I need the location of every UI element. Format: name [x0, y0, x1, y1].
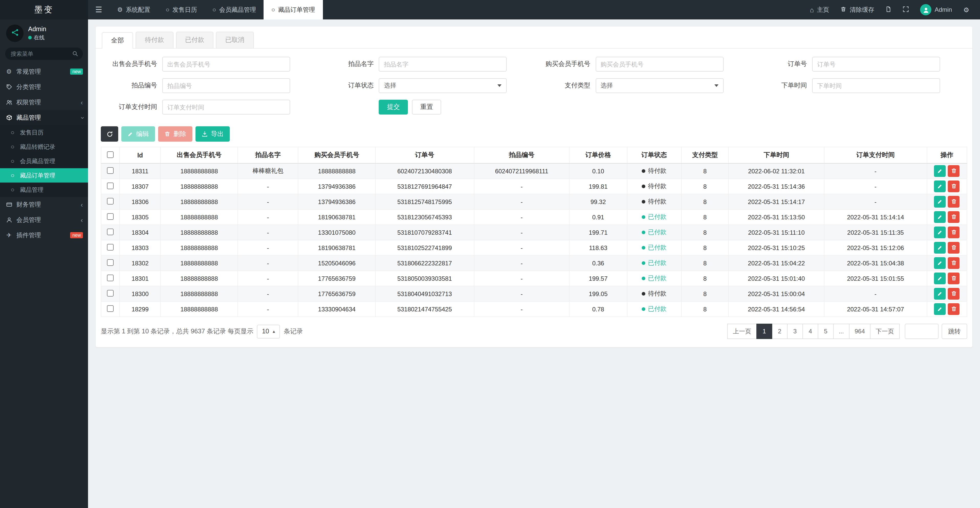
- jump-page-input[interactable]: [905, 324, 939, 339]
- page-button[interactable]: 4: [802, 324, 818, 339]
- status-badge: 待付款: [642, 197, 667, 206]
- sidebar-subitem[interactable]: ○藏品转赠记录: [0, 140, 88, 154]
- cell-buyer: 17765636759: [298, 286, 375, 302]
- row-checkbox[interactable]: [107, 305, 114, 312]
- topbar-tab[interactable]: ○藏品订单管理: [264, 0, 323, 19]
- cell-id: 18300: [119, 286, 161, 302]
- page-button[interactable]: 1: [756, 324, 772, 339]
- delete-button[interactable]: 删除: [158, 126, 192, 141]
- sidebar-subitem[interactable]: ○藏品订单管理: [0, 168, 88, 183]
- filter-input[interactable]: [162, 100, 290, 114]
- app-title: 墨变: [0, 0, 88, 19]
- filter-input[interactable]: [162, 78, 290, 93]
- export-button[interactable]: 导出: [196, 126, 230, 141]
- menu-search-input[interactable]: [5, 48, 83, 60]
- sidebar-item[interactable]: 藏品管理‹: [0, 110, 88, 125]
- cell-buyer: 15205046096: [298, 256, 375, 271]
- submit-button[interactable]: 提交: [379, 100, 408, 114]
- row-edit-button[interactable]: [934, 165, 946, 177]
- row-edit-button[interactable]: [934, 303, 946, 315]
- cell-item-name: -: [238, 302, 298, 317]
- filter-select[interactable]: 选择: [595, 78, 723, 93]
- row-delete-button[interactable]: [948, 242, 960, 254]
- sidebar-item[interactable]: 分类管理: [0, 79, 88, 95]
- topbar-user[interactable]: Admin: [915, 0, 958, 19]
- row-delete-button[interactable]: [948, 227, 960, 238]
- row-checkbox[interactable]: [107, 198, 114, 204]
- doc-button[interactable]: [880, 0, 897, 19]
- row-delete-button[interactable]: [948, 196, 960, 208]
- row-edit-button[interactable]: [934, 227, 946, 238]
- sidebar-subitem[interactable]: ○会员藏品管理: [0, 154, 88, 168]
- filter-input[interactable]: [812, 57, 940, 71]
- page-prev-button[interactable]: 上一页: [727, 324, 757, 339]
- hamburger-icon[interactable]: ☰: [88, 0, 110, 19]
- per-page-select[interactable]: 10 ▴: [257, 324, 280, 338]
- sidebar-subitem-label: 藏品管理: [20, 186, 83, 194]
- row-edit-button[interactable]: [934, 273, 946, 284]
- row-checkbox[interactable]: [107, 259, 114, 266]
- reset-button[interactable]: 重置: [412, 100, 441, 114]
- fullscreen-button[interactable]: [897, 0, 915, 19]
- sidebar-item[interactable]: 会员管理‹: [0, 212, 88, 227]
- row-delete-button[interactable]: [948, 257, 960, 269]
- status-tab[interactable]: 全部: [102, 32, 133, 49]
- status-tab[interactable]: 待付款: [135, 32, 173, 48]
- page-button[interactable]: 5: [818, 324, 834, 339]
- topbar-tab[interactable]: ○会员藏品管理: [205, 0, 264, 19]
- sidebar-subitem[interactable]: ○发售日历: [0, 125, 88, 140]
- row-delete-button[interactable]: [948, 273, 960, 284]
- clear-cache-link[interactable]: 清除缓存: [835, 0, 880, 19]
- filter-input[interactable]: [812, 78, 940, 93]
- filter-input[interactable]: [595, 57, 723, 71]
- home-link[interactable]: ⌂ 主页: [804, 0, 835, 19]
- cell-pay-time: 2022-05-31 15:04:38: [824, 256, 927, 271]
- filter-input[interactable]: [162, 57, 290, 71]
- refresh-button[interactable]: [101, 126, 118, 141]
- sidebar-subitem[interactable]: ○藏品管理: [0, 183, 88, 197]
- jump-button[interactable]: 跳转: [942, 324, 967, 339]
- page-button[interactable]: 3: [787, 324, 803, 339]
- row-checkbox[interactable]: [107, 213, 114, 220]
- sidebar-item[interactable]: ⚙常规管理new: [0, 64, 88, 79]
- row-delete-button[interactable]: [948, 211, 960, 223]
- page-next-button[interactable]: 下一页: [870, 324, 900, 339]
- row-delete-button[interactable]: [948, 165, 960, 177]
- cell-item-no: 6024072119968111: [474, 164, 570, 179]
- row-delete-button[interactable]: [948, 303, 960, 315]
- cell-price: 0.10: [570, 164, 627, 179]
- status-tab[interactable]: 已付款: [176, 32, 213, 48]
- row-edit-button[interactable]: [934, 211, 946, 223]
- page-button[interactable]: 2: [772, 324, 788, 339]
- row-checkbox[interactable]: [107, 290, 114, 296]
- filter-select[interactable]: 选择: [379, 78, 507, 93]
- filter-input[interactable]: [379, 57, 507, 71]
- row-edit-button[interactable]: [934, 288, 946, 300]
- sidebar-item[interactable]: 权限管理‹: [0, 95, 88, 110]
- settings-gear[interactable]: ⚙: [958, 0, 975, 19]
- row-delete-button[interactable]: [948, 288, 960, 300]
- topbar-tab[interactable]: ○发售日历: [158, 0, 205, 19]
- row-checkbox[interactable]: [107, 182, 114, 189]
- page-button[interactable]: 964: [849, 324, 870, 339]
- cell-order-no: 5318050039303581: [375, 271, 474, 286]
- sidebar-item[interactable]: ✈插件管理new: [0, 227, 88, 243]
- edit-button[interactable]: 编辑: [121, 126, 155, 141]
- topbar-tab[interactable]: ⚙系统配置: [110, 0, 158, 19]
- row-checkbox[interactable]: [107, 167, 114, 174]
- topbar-tab-label: 系统配置: [126, 5, 150, 14]
- row-edit-button[interactable]: [934, 196, 946, 208]
- page-ellipsis[interactable]: ...: [833, 324, 850, 339]
- row-checkbox[interactable]: [107, 244, 114, 250]
- row-checkbox[interactable]: [107, 274, 114, 281]
- row-edit-button[interactable]: [934, 181, 946, 192]
- status-tab[interactable]: 已取消: [216, 32, 254, 48]
- row-edit-button[interactable]: [934, 242, 946, 254]
- row-delete-button[interactable]: [948, 181, 960, 192]
- pagination: 上一页12345...964下一页跳转: [728, 324, 967, 339]
- filter-field: 出售会员手机号: [101, 57, 318, 71]
- sidebar-item[interactable]: 财务管理‹: [0, 197, 88, 212]
- row-checkbox[interactable]: [107, 228, 114, 235]
- row-edit-button[interactable]: [934, 257, 946, 269]
- select-all-checkbox[interactable]: [107, 151, 114, 158]
